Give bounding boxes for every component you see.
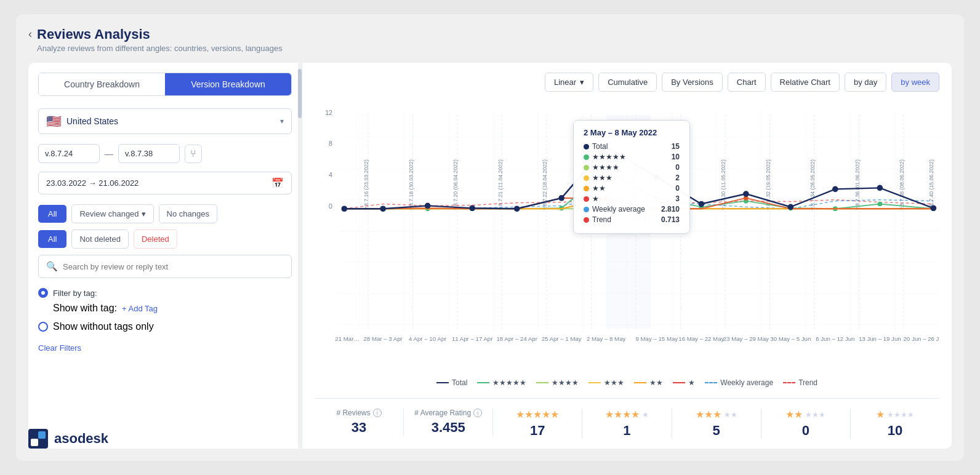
tab-version-breakdown[interactable]: Version Breakdown (165, 73, 291, 95)
back-button[interactable]: ‹ (28, 28, 32, 41)
filter-not-deleted-btn[interactable]: Not deleted (71, 230, 129, 249)
stat-2star: ★★★★★ 0 (761, 409, 851, 439)
filter-deleted-btn[interactable]: Deleted (134, 230, 177, 249)
legend-4star: ★★★★ (536, 378, 579, 387)
svg-text:4: 4 (329, 171, 332, 178)
svg-point-73 (469, 205, 475, 211)
tooltip-label-trend: Trend (584, 215, 611, 224)
1star-stars: ★ (876, 409, 885, 420)
tooltip-dot-3star (584, 175, 589, 181)
svg-text:v.8.7.16 (23.03.2022): v.8.7.16 (23.03.2022) (363, 159, 369, 210)
svg-point-79 (743, 191, 749, 197)
stat-5star-label: ★★★★★ (500, 409, 574, 420)
chart-svg-container: 12 8 4 0 4.5 3 1.5 0 v.8.7.16 (23.03.202… (315, 102, 939, 372)
scrollbar-thumb[interactable] (298, 69, 302, 118)
chart-area: Linear ▾ Cumulative By Versions Chart Re… (302, 63, 952, 449)
svg-text:4 Apr – 10 Apr: 4 Apr – 10 Apr (409, 335, 447, 342)
show-with-tag-row: Show with tag: + Add Tag (53, 303, 292, 314)
filter-by-tag-label: Filter by tag: (53, 289, 97, 298)
by-week-btn[interactable]: by week (891, 73, 939, 92)
filter-review-changed-btn[interactable]: Review changed ▾ (71, 204, 153, 223)
reviews-info-icon[interactable]: i (373, 409, 382, 417)
stat-avg-rating-value: 3.455 (411, 420, 485, 436)
page-header: ‹ Reviews Analysis Analyze reviews from … (28, 26, 952, 53)
svg-text:12: 12 (325, 109, 332, 116)
show-without-tags-row: Show without tags only (38, 321, 292, 332)
legend-weekly: Weekly average (705, 378, 773, 387)
relative-chart-btn[interactable]: Relative Chart (771, 73, 840, 92)
stat-3star-label: ★★★★★ (680, 409, 753, 420)
version-from-input[interactable] (38, 144, 100, 163)
country-select-left: 🇺🇸 United States (46, 114, 118, 129)
linear-label: Linear (554, 78, 576, 87)
tooltip-title: 2 May – 8 May 2022 (584, 128, 680, 137)
svg-text:2 May – 8 May: 2 May – 8 May (587, 335, 625, 342)
tooltip-label-3star: ★★★ (584, 174, 612, 182)
scrollbar-track (298, 63, 302, 449)
search-input[interactable] (63, 262, 284, 271)
main-content: Country Breakdown Version Breakdown 🇺🇸 U… (28, 63, 952, 449)
svg-point-71 (380, 206, 386, 212)
legend-5star: ★★★★★ (477, 378, 526, 387)
tooltip-dot-weekly (584, 207, 589, 212)
legend-label-5star: ★★★★★ (492, 378, 526, 387)
country-select[interactable]: 🇺🇸 United States ▾ (38, 108, 292, 134)
tab-country-breakdown[interactable]: Country Breakdown (39, 73, 165, 95)
tooltip-dot-total (584, 144, 589, 150)
tooltip-dot-1star (584, 196, 589, 202)
version-row: — ⑂ (38, 144, 292, 163)
filter-all-btn-2[interactable]: All (38, 230, 66, 248)
legend-1star: ★ (673, 378, 695, 387)
svg-text:13 Jun – 19 Jun: 13 Jun – 19 Jun (859, 335, 901, 342)
filter-row-1: All Review changed ▾ No changes (38, 204, 292, 223)
cumulative-btn[interactable]: Cumulative (598, 73, 657, 92)
svg-text:11 Apr – 17 Apr: 11 Apr – 17 Apr (452, 335, 493, 342)
linear-dropdown[interactable]: Linear ▾ (545, 73, 593, 92)
svg-point-74 (514, 206, 520, 212)
show-without-tags-radio[interactable] (38, 322, 48, 332)
filter-by-tag-radio[interactable] (38, 288, 48, 298)
filter-all-btn-1[interactable]: All (38, 205, 66, 223)
clear-filters-button[interactable]: Clear Filters (38, 343, 81, 353)
filter-no-changes-btn[interactable]: No changes (159, 204, 217, 223)
tooltip-val-total: 15 (672, 142, 680, 151)
svg-point-81 (832, 186, 838, 193)
svg-text:v.8.7.21 (11.04.2022): v.8.7.21 (11.04.2022) (497, 159, 504, 210)
linear-dropdown-arrow: ▾ (580, 78, 584, 87)
svg-point-72 (425, 203, 431, 209)
tooltip-row-total: Total 15 (584, 142, 680, 151)
country-name: United States (66, 116, 118, 126)
branding: asodesk (28, 429, 108, 449)
tooltip-label-2star: ★★ (584, 184, 606, 193)
svg-rect-87 (38, 431, 46, 439)
branch-icon[interactable]: ⑂ (185, 145, 202, 163)
country-flag: 🇺🇸 (46, 114, 62, 129)
legend-line-total (436, 382, 449, 383)
legend-2star: ★★ (634, 378, 663, 387)
legend-dashed-weekly (705, 382, 717, 383)
avg-rating-info-icon[interactable]: i (473, 409, 482, 417)
svg-point-80 (788, 204, 794, 210)
tooltip-label-1star: ★ (584, 194, 599, 203)
version-to-input[interactable] (118, 144, 180, 163)
add-tag-button[interactable]: + Add Tag (122, 304, 158, 313)
search-row: 🔍 (38, 255, 292, 278)
by-versions-btn[interactable]: By Versions (662, 73, 723, 92)
svg-text:20 Jun – 26 Jun: 20 Jun – 26 Jun (903, 335, 939, 342)
tooltip-row-weekly: Weekly average 2.810 (584, 205, 680, 214)
2star-stars: ★★ (785, 409, 803, 420)
page-title: Reviews Analysis (37, 26, 283, 42)
date-range-row[interactable]: 23.03.2022 → 21.06.2022 📅 (38, 172, 292, 194)
chart-btn[interactable]: Chart (728, 73, 766, 92)
filter-by-tag-row: Filter by tag: (38, 288, 292, 298)
legend-line-5star (477, 382, 489, 383)
tooltip-val-3star: 2 (675, 174, 680, 182)
legend-label-4star: ★★★★ (552, 378, 579, 387)
stat-avg-rating: # Average Rating i 3.455 (404, 409, 493, 436)
tooltip-val-trend: 0.713 (661, 215, 680, 224)
brand-name-label: asodesk (54, 431, 108, 447)
svg-text:v.8.7.34 (26.05.2022): v.8.7.34 (26.05.2022) (809, 159, 816, 210)
by-day-btn[interactable]: by day (845, 73, 886, 92)
legend-3star: ★★★ (588, 378, 624, 387)
legend-label-weekly: Weekly average (720, 378, 773, 387)
